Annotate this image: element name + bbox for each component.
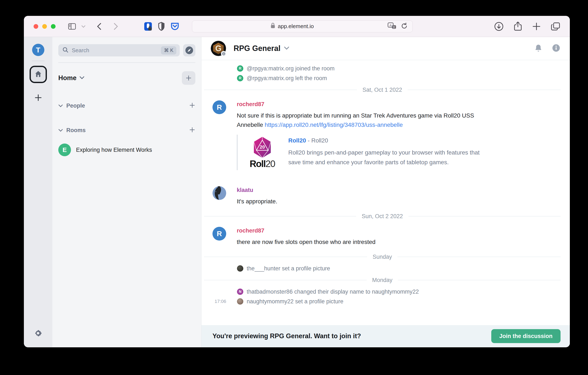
divider [58, 62, 195, 63]
search-input[interactable] [72, 47, 161, 54]
date-separator: Monday [201, 273, 570, 287]
home-icon [34, 70, 42, 79]
pocket-extension-icon[interactable] [170, 22, 179, 31]
state-event-row: the___hunter set a profile picture [201, 264, 570, 273]
chevron-down-icon[interactable] [79, 76, 84, 80]
message-sender[interactable]: rocherd87 [237, 99, 570, 109]
add-people-button[interactable] [189, 102, 195, 109]
avatar[interactable]: R [212, 227, 226, 241]
tab-overview-icon[interactable] [551, 22, 560, 31]
url-preview-card[interactable]: 20 Roll20 Roll20 - Roll20 Roll20 brings … [237, 135, 488, 170]
search-box[interactable]: ⌘ K [58, 44, 180, 56]
close-window-button[interactable] [34, 24, 38, 29]
search-shortcut-badge: ⌘ K [161, 46, 176, 55]
card-title: Roll20 - Roll20 [288, 137, 488, 144]
card-title-link[interactable]: Roll20 [288, 137, 306, 144]
share-icon[interactable] [514, 21, 522, 32]
message-sender[interactable]: rocherd87 [237, 226, 570, 235]
avatar: N [237, 288, 243, 295]
add-button[interactable] [182, 71, 195, 85]
message-text: Not sure if this is appropriate but im r… [237, 111, 570, 120]
browser-window: app.element.io A 文 [24, 16, 570, 347]
date-separator: Sun, Oct 2 2022 [201, 210, 570, 223]
room-preview-bar: You're previewing RPG General. Want to j… [201, 325, 570, 347]
add-room-button[interactable] [189, 127, 195, 134]
card-description: Roll20 brings pen-and-paper gameplay to … [288, 148, 488, 167]
state-event-row: R @rpgya:matrix.org left the room [201, 73, 570, 83]
message-sender[interactable]: klaatu [237, 185, 570, 195]
minimize-window-button[interactable] [42, 24, 47, 29]
message-text: Annebelle https://app.roll20.net/lfg/lis… [237, 120, 570, 130]
date-separator: Sat, Oct 1 2022 [201, 83, 570, 97]
message: klaatu It's appropriate. [201, 185, 570, 206]
message: R rocherd87 there are now five slots ope… [201, 226, 570, 247]
back-icon[interactable] [96, 23, 102, 30]
room-name: Exploring how Element Works [76, 147, 152, 153]
event-timestamp: 17:06 [215, 299, 226, 304]
state-event-row: N thatbadmonster86 changed their display… [201, 287, 570, 297]
message-timeline[interactable]: R @rpgya:matrix.org joined the room R @r… [201, 60, 570, 325]
state-event-text: naughtymommy22 set a profile picture [247, 298, 343, 305]
room-header: G RPG General [201, 37, 570, 60]
spaces-rail: T [24, 37, 52, 347]
downloads-icon[interactable] [494, 22, 504, 31]
message-link[interactable]: https://app.roll20.net/lfg/listing/34870… [265, 121, 403, 128]
svg-text:A: A [389, 23, 392, 27]
state-event-text: @rpgya:matrix.org joined the room [247, 65, 335, 72]
state-event-text: the___hunter set a profile picture [247, 265, 330, 272]
room-info-icon[interactable] [552, 44, 561, 53]
reload-icon[interactable] [401, 22, 408, 31]
notifications-bell-icon[interactable] [534, 44, 543, 53]
new-tab-icon[interactable] [532, 22, 541, 31]
room-list-item[interactable]: E Exploring how Element Works [58, 143, 195, 156]
state-event-text: thatbadmonster86 changed their display n… [247, 288, 419, 295]
home-space-button[interactable] [30, 66, 47, 83]
avatar: R [237, 75, 243, 81]
svg-text:文: 文 [393, 25, 395, 29]
forward-icon[interactable] [113, 23, 118, 30]
section-label: Rooms [66, 127, 86, 133]
url-text: app.element.io [278, 23, 314, 30]
avatar[interactable] [212, 186, 226, 200]
password-manager-icon[interactable] [144, 22, 152, 31]
chevron-down-icon [58, 104, 63, 107]
settings-gear-icon[interactable] [34, 329, 43, 339]
room-avatar: E [58, 143, 71, 156]
lock-icon [271, 23, 275, 30]
chat-panel: G RPG General [201, 37, 570, 347]
date-separator: Sunday [201, 250, 570, 264]
explore-rooms-button[interactable] [183, 44, 195, 56]
message-text: there are now five slots open those who … [237, 237, 570, 247]
avatar [237, 265, 243, 272]
shield-extension-icon[interactable] [158, 22, 165, 31]
state-event-text: @rpgya:matrix.org left the room [247, 75, 327, 82]
section-people[interactable]: People [58, 102, 195, 109]
search-icon [63, 47, 68, 54]
user-avatar[interactable]: T [32, 44, 44, 56]
svg-text:20: 20 [260, 144, 265, 150]
section-label: People [66, 102, 85, 109]
add-space-button[interactable] [35, 94, 42, 102]
chevron-down-icon [58, 129, 63, 132]
divider [32, 61, 45, 61]
url-bar[interactable]: app.element.io A 文 [192, 21, 413, 32]
traffic-lights [34, 24, 55, 29]
public-room-globe-icon [221, 51, 226, 56]
avatar[interactable]: R [212, 100, 226, 114]
chevron-down-icon[interactable] [81, 25, 85, 28]
join-discussion-button[interactable]: Join the discussion [491, 329, 561, 343]
section-rooms[interactable]: Rooms [58, 127, 195, 134]
room-list-panel: ⌘ K Home [52, 37, 201, 347]
avatar: R [237, 65, 243, 72]
state-event-row: 17:06 naughtymommy22 set a profile pictu… [201, 297, 570, 306]
chevron-down-icon[interactable] [284, 46, 289, 51]
message-text: It's appropriate. [237, 197, 570, 206]
space-name[interactable]: Home [58, 74, 76, 82]
message: R rocherd87 Not sure if this is appropri… [201, 99, 570, 130]
room-title[interactable]: RPG General [234, 44, 281, 53]
room-header-avatar[interactable]: G [211, 41, 226, 56]
zoom-window-button[interactable] [51, 24, 55, 29]
sidebar-toggle-icon[interactable] [68, 23, 76, 30]
translate-icon[interactable]: A 文 [388, 22, 396, 31]
state-event-row: R @rpgya:matrix.org joined the room [201, 64, 570, 73]
